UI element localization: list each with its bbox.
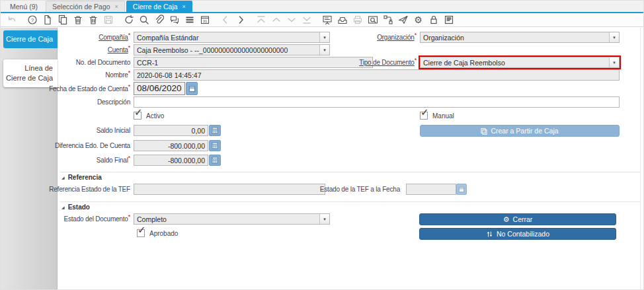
next-record-icon[interactable]: [235, 15, 246, 26]
aprobado-checkbox[interactable]: ✓: [137, 229, 145, 237]
form-panel: Compañía* Compañía Estándar▾ Organizació…: [58, 28, 644, 290]
chevron-down-icon[interactable]: ▾: [319, 45, 329, 55]
check-icon: ✓: [421, 106, 429, 118]
aprobado-label: Aprobado: [149, 229, 178, 237]
activo-label: Activo: [146, 111, 164, 120]
saldo-final-field[interactable]: -800.000,00: [134, 155, 208, 166]
estado-documento-label: Estado del Documento*: [42, 213, 130, 223]
svg-text:?: ?: [30, 17, 34, 23]
panel-edge: [640, 28, 641, 290]
erp-window: Menú (9) Selección de Pago × Cierre de C…: [0, 0, 644, 290]
referencia-tef-label: Referencia Estado de la TEF: [24, 184, 130, 193]
archive-icon[interactable]: [337, 15, 348, 26]
toolbar: ? 31 ⚙: [1, 13, 644, 27]
required-marker: *: [128, 32, 130, 38]
tab-cierre-de-caja[interactable]: Cierre de Caja ×: [126, 1, 192, 12]
workflow-icon[interactable]: [382, 15, 393, 26]
compania-combobox[interactable]: Compañía Estándar▾: [134, 32, 330, 43]
chevron-down-icon[interactable]: ▾: [609, 32, 619, 42]
new-record-icon[interactable]: [42, 15, 53, 26]
tipo-documento-label[interactable]: Tipo de Documento*: [331, 57, 417, 66]
calendar-picker-button[interactable]: [456, 184, 467, 195]
previous-record-icon[interactable]: [220, 15, 231, 26]
saldo-inicial-field[interactable]: 0,00: [134, 125, 208, 136]
chevron-down-icon[interactable]: ▾: [319, 214, 329, 224]
close-icon[interactable]: ×: [115, 3, 118, 10]
cuenta-label[interactable]: Cuenta*: [42, 44, 130, 54]
down-record-icon[interactable]: [286, 15, 297, 26]
attachment-icon[interactable]: [153, 15, 165, 26]
close-icon[interactable]: ×: [182, 3, 186, 10]
estado-tef-fecha-field[interactable]: [406, 184, 456, 195]
required-marker: *: [128, 69, 130, 76]
fecha-estado-field[interactable]: 08/06/2020: [134, 82, 185, 95]
copy-record-icon[interactable]: [57, 15, 68, 26]
detail-record-icon[interactable]: [301, 15, 312, 26]
print-icon[interactable]: [352, 15, 363, 26]
copy-icon: [481, 127, 487, 135]
manual-label: Manual: [432, 111, 454, 120]
tab-seleccion-de-pago[interactable]: Selección de Pago ×: [46, 1, 125, 12]
estado-documento-combobox[interactable]: Completo▾: [134, 213, 330, 225]
parent-record-icon[interactable]: [255, 15, 266, 26]
saldo-final-label: Saldo Final*: [42, 155, 130, 164]
diferencia-field[interactable]: -800.000,00: [134, 140, 208, 151]
descripcion-label: Descripción: [42, 96, 130, 106]
delete-record-icon[interactable]: [72, 15, 83, 26]
calculator-button[interactable]: [209, 125, 221, 136]
estado-tef-fecha-label: Estado de la TEF a la Fecha: [281, 184, 400, 193]
fecha-estado-label: Fecha de Estado de Cuenta*: [42, 83, 130, 92]
tab-menu-label: Menú (9): [10, 3, 38, 11]
record-lock-icon[interactable]: [428, 15, 439, 26]
process-icon[interactable]: ⚙: [413, 15, 424, 26]
export-icon[interactable]: [397, 15, 409, 26]
save-icon[interactable]: [102, 15, 114, 26]
tipo-documento-combobox[interactable]: Cierre de Caja Reembolso▾: [420, 57, 620, 68]
compania-label[interactable]: Compañía*: [42, 32, 130, 41]
required-marker: *: [128, 44, 130, 51]
help-icon[interactable]: ?: [26, 15, 38, 26]
tipo-documento-highlight: Cierre de Caja Reembolso▾: [419, 55, 621, 69]
gear-icon: ⚙: [503, 216, 510, 223]
chevron-down-icon[interactable]: ▾: [319, 32, 329, 42]
tab-menu[interactable]: Menú (9): [3, 1, 44, 12]
calendar-icon[interactable]: 31: [199, 15, 210, 26]
crear-a-partir-de-caja-button[interactable]: Crear a Partir de Caja: [420, 125, 620, 137]
estado-section-header[interactable]: ◢ Estado: [61, 203, 90, 211]
check-icon: ✓: [138, 224, 146, 236]
window-tabbar: Menú (9) Selección de Pago × Cierre de C…: [1, 1, 644, 12]
manual-checkbox-row: ✓ Manual: [420, 111, 454, 120]
organizacion-combobox[interactable]: Organización▾: [420, 32, 620, 43]
calculator-button[interactable]: [209, 140, 221, 151]
cerrar-button[interactable]: ⚙ Cerrar: [419, 213, 616, 225]
posted-icon: [486, 231, 493, 238]
referencia-section-header[interactable]: ◢ Referencia: [61, 174, 102, 181]
calculator-button[interactable]: [209, 155, 221, 166]
required-marker: *: [128, 213, 130, 220]
nombre-field[interactable]: 2020-06-08 14:45:47: [134, 69, 620, 81]
activo-checkbox-row: ✓ Activo: [134, 111, 164, 120]
descripcion-input[interactable]: [134, 96, 620, 108]
no-contabilizado-button[interactable]: No Contabilizado: [419, 228, 616, 240]
report-icon[interactable]: [321, 15, 333, 26]
find-icon[interactable]: [138, 15, 149, 26]
zoom-across-icon[interactable]: [367, 15, 378, 26]
cuenta-combobox[interactable]: Caja Reembolso - --_00000000000000000000…: [134, 44, 330, 55]
organizacion-label[interactable]: Organización*: [331, 32, 417, 41]
activo-checkbox[interactable]: ✓: [134, 112, 141, 120]
tab-seleccion-label: Selección de Pago: [52, 3, 110, 11]
refresh-icon[interactable]: [123, 15, 134, 26]
undo-icon[interactable]: [6, 15, 17, 26]
calendar-picker-button[interactable]: [186, 82, 198, 95]
required-marker: *: [128, 83, 130, 90]
grid-toggle-icon[interactable]: [184, 15, 195, 26]
chat-icon[interactable]: [169, 15, 180, 26]
manual-checkbox[interactable]: ✓: [420, 112, 428, 120]
chevron-down-icon[interactable]: ▾: [609, 57, 619, 67]
nombre-label: Nombre*: [42, 69, 130, 79]
print-preview-icon[interactable]: [443, 15, 454, 26]
delete-selection-icon[interactable]: [87, 15, 99, 26]
up-record-icon[interactable]: [270, 15, 282, 26]
saldo-inicial-label: Saldo Inicial: [42, 125, 130, 134]
required-marker: *: [415, 32, 417, 38]
